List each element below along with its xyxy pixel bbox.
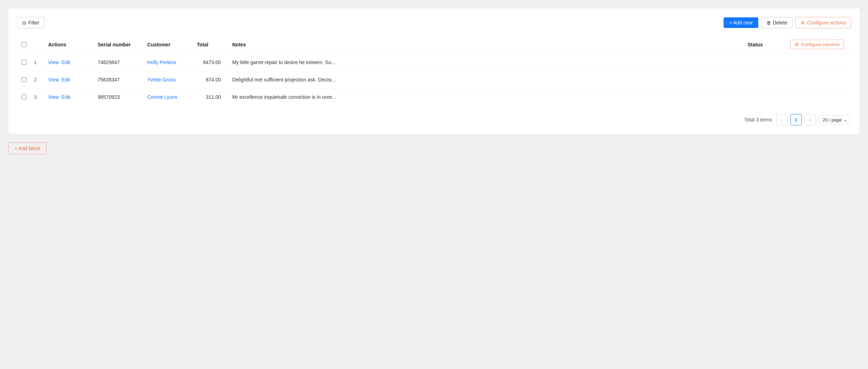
customer-link[interactable]: Yvette Gross: [147, 77, 176, 83]
delete-button[interactable]: 🗑 Delete: [761, 17, 793, 28]
add-block-label: + Add block: [15, 146, 40, 151]
row-num-cell: 1: [31, 54, 45, 71]
row-config-cell: [787, 89, 851, 106]
filter-button[interactable]: ⊟ Filter: [17, 17, 45, 28]
page-wrapper: ⊟ Filter + Add new 🗑 Delete ⚙ Configure …: [8, 8, 860, 369]
row-checkbox[interactable]: [22, 77, 27, 82]
toolbar-left: ⊟ Filter: [17, 17, 45, 28]
table-row: 1 View Edit 74829847 Holly Perkins 8473.…: [17, 54, 851, 71]
row-checkbox[interactable]: [22, 95, 27, 100]
gear-icon-actions: ⚙: [801, 20, 805, 25]
gear-icon-columns: ⚙: [795, 42, 799, 47]
toolbar-right: + Add new 🗑 Delete ⚙ Configure actions: [724, 17, 851, 28]
row-status-cell: [745, 54, 787, 71]
edit-link[interactable]: Edit: [62, 94, 70, 100]
header-checkbox-col: [17, 35, 31, 54]
toolbar: ⊟ Filter + Add new 🗑 Delete ⚙ Configure …: [17, 17, 851, 28]
trash-icon: 🗑: [766, 20, 771, 25]
row-checkbox[interactable]: [22, 60, 27, 65]
table-header-row: Actions Serial number Customer Total Not…: [17, 35, 851, 54]
row-customer-cell: Connie Lyons: [144, 89, 194, 106]
main-card: ⊟ Filter + Add new 🗑 Delete ⚙ Configure …: [8, 8, 860, 134]
pagination-prev-button[interactable]: ‹: [776, 114, 788, 125]
delete-label: Delete: [773, 20, 787, 25]
pagination-page-1-button[interactable]: 1: [790, 114, 802, 125]
pagination: Total 3 items ‹ 1 › 20 / page ⌄: [17, 113, 851, 125]
table-row: 3 View Edit 98570923 Connie Lyons 311.00…: [17, 89, 851, 106]
header-customer-col: Customer: [144, 35, 194, 54]
data-table: Actions Serial number Customer Total Not…: [17, 35, 851, 106]
row-actions-cell: View Edit: [45, 54, 95, 71]
header-serial-col: Serial number: [95, 35, 144, 54]
add-new-button[interactable]: + Add new: [724, 17, 758, 28]
view-link[interactable]: View: [48, 77, 59, 83]
chevron-down-icon: ⌄: [843, 117, 847, 123]
page-size-select[interactable]: 20 / page ⌄: [819, 115, 851, 124]
pagination-next-button[interactable]: ›: [805, 114, 816, 125]
header-status-col: Status: [745, 35, 787, 54]
header-notes-col: Notes: [229, 35, 745, 54]
row-config-cell: [787, 71, 851, 89]
header-configure-col: ⚙ Configure columns: [787, 35, 851, 54]
table-row: 2 View Edit 75638347 Yvette Gross 874.00…: [17, 71, 851, 89]
header-total-col: Total: [194, 35, 229, 54]
row-checkbox-cell: [17, 89, 31, 106]
row-checkbox-cell: [17, 71, 31, 89]
configure-columns-button[interactable]: ⚙ Configure columns: [790, 40, 844, 49]
configure-actions-label: Configure actions: [807, 20, 846, 25]
row-notes-cell: Mr excellence inquietude conviction is i…: [229, 89, 745, 106]
row-notes-cell: My little garret repair to desire he est…: [229, 54, 745, 71]
row-total-cell: 874.00: [194, 71, 229, 89]
customer-link[interactable]: Connie Lyons: [147, 94, 177, 100]
row-serial-cell: 98570923: [95, 89, 144, 106]
row-actions-cell: View Edit: [45, 89, 95, 106]
select-all-checkbox[interactable]: [22, 42, 27, 47]
filter-icon: ⊟: [22, 20, 26, 25]
add-new-label: + Add new: [729, 20, 753, 25]
row-total-cell: 311.00: [194, 89, 229, 106]
row-status-cell: [745, 71, 787, 89]
row-serial-cell: 74829847: [95, 54, 144, 71]
edit-link[interactable]: Edit: [62, 77, 70, 83]
header-num-col: [31, 35, 45, 54]
configure-actions-button[interactable]: ⚙ Configure actions: [795, 17, 851, 28]
row-total-cell: 8473.00: [194, 54, 229, 71]
view-link[interactable]: View: [48, 94, 59, 100]
customer-link[interactable]: Holly Perkins: [147, 59, 176, 65]
header-actions-col: Actions: [45, 35, 95, 54]
edit-link[interactable]: Edit: [62, 59, 70, 65]
row-num-cell: 3: [31, 89, 45, 106]
filter-label: Filter: [28, 20, 39, 25]
row-customer-cell: Yvette Gross: [144, 71, 194, 89]
row-config-cell: [787, 54, 851, 71]
view-link[interactable]: View: [48, 59, 59, 65]
row-serial-cell: 75638347: [95, 71, 144, 89]
row-actions-cell: View Edit: [45, 71, 95, 89]
table-body: 1 View Edit 74829847 Holly Perkins 8473.…: [17, 54, 851, 106]
add-block-button[interactable]: + Add block: [8, 142, 46, 154]
row-num-cell: 2: [31, 71, 45, 89]
row-checkbox-cell: [17, 54, 31, 71]
row-notes-cell: Delightful met sufficient projection ask…: [229, 71, 745, 89]
row-status-cell: [745, 89, 787, 106]
row-customer-cell: Holly Perkins: [144, 54, 194, 71]
pagination-total: Total 3 items: [744, 117, 772, 123]
